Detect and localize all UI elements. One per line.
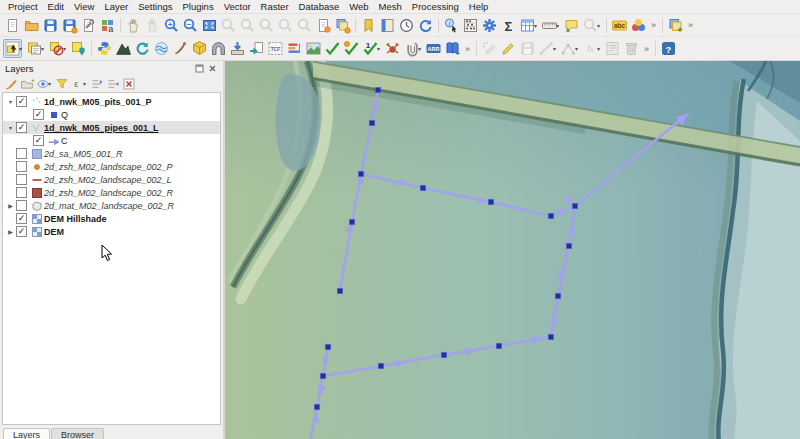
menu-database[interactable]: Database [294,1,345,12]
toolbar-overflow-2[interactable]: » [685,20,696,30]
menu-help[interactable]: Help [464,1,494,12]
help-button[interactable]: ? [659,39,678,58]
tuflow-tcf-button[interactable]: TCF [266,39,285,58]
tab-layers[interactable]: Layers [3,428,50,439]
project-save-button[interactable] [41,16,60,35]
tuflow-manual-button[interactable]: + [443,39,462,58]
show-bookmarks-button[interactable] [378,16,397,35]
tuflow-check-button[interactable] [323,39,342,58]
menu-layer[interactable]: Layer [99,1,133,12]
expand-all-button[interactable] [89,76,105,92]
map-tips-button[interactable] [562,16,581,35]
float-icon [195,64,204,73]
menu-settings[interactable]: Settings [133,1,177,12]
layer-checkbox[interactable] [16,200,27,211]
layer-item-1d-nwk-m05-pipes-001-l[interactable]: ▾✓1d_nwk_M05_pipes_001_L [3,121,220,134]
zoom-out-button[interactable]: − [181,16,200,35]
project-new-button[interactable] [3,16,22,35]
tuflow-check-globe-button[interactable] [342,39,361,58]
layer-checkbox[interactable]: ✓ [33,135,44,146]
tuflow-wave-button[interactable] [152,39,171,58]
panel-close-button[interactable] [207,63,218,73]
style-manager-button[interactable]: a [98,16,117,35]
toolbar-overflow-1[interactable]: » [648,20,659,30]
pan-map-button[interactable] [124,16,143,35]
layer-checkbox[interactable]: ✓ [16,122,27,133]
tuflow-culvert-button[interactable] [209,39,228,58]
layer-item-dem-hillshade[interactable]: ✓DEM Hillshade [3,212,220,225]
tuflow-reload-button[interactable] [133,39,152,58]
select-by-location-button[interactable] [69,39,88,58]
remove-layer-button[interactable] [121,76,137,92]
open-layer-styling-button[interactable] [3,76,19,92]
toggle-editing-button[interactable] [499,39,518,58]
project-save-as-button[interactable] [60,16,79,35]
menu-vector[interactable]: Vector [219,1,256,12]
layer-labeling-button[interactable]: abc [610,16,629,35]
new-3d-map-view-button[interactable] [333,16,352,35]
refresh-button[interactable] [416,16,435,35]
processing-toolbox-button[interactable] [480,16,499,35]
arr-tool-button[interactable]: ARR [424,39,443,58]
layer-item-dem[interactable]: ▶✓DEM [3,225,220,238]
layer-item-q[interactable]: ✓Q [3,108,220,121]
menu-web[interactable]: Web [344,1,373,12]
add-group-button[interactable]: + [19,76,35,92]
zoom-full-button[interactable] [200,16,219,35]
show-statistics-button[interactable]: Σ [499,16,518,35]
zoom-in-button[interactable]: + [162,16,181,35]
menu-plugins[interactable]: Plugins [177,1,218,12]
identify-features-button[interactable]: i [442,16,461,35]
tuflow-section-button[interactable] [171,39,190,58]
tuflow-download-button[interactable] [228,39,247,58]
tuflow-profile-button[interactable] [285,39,304,58]
data-source-manager-button[interactable]: + [666,16,685,35]
layer-checkbox[interactable] [16,148,27,159]
layer-checkbox[interactable] [16,174,27,185]
panel-float-button[interactable] [194,63,205,73]
tuflow-image-button[interactable] [304,39,323,58]
new-bookmark-button[interactable] [359,16,378,35]
expand-closed-icon[interactable]: ▶ [6,228,15,235]
expand-open-icon[interactable]: ▾ [6,98,15,105]
layer-checkbox[interactable]: ✓ [16,226,27,237]
tuflow-3d-button[interactable] [190,39,209,58]
menu-mesh[interactable]: Mesh [374,1,407,12]
python-console-button[interactable] [95,39,114,58]
layer-item-2d-sa-m05-001-r[interactable]: 2d_sa_M05_001_R [3,147,220,160]
layer-item-2d-zsh-m02-landscape-002-l[interactable]: 2d_zsh_M02_landscape_002_L [3,173,220,186]
tab-browser[interactable]: Browser [51,428,104,439]
label-toolbar-button[interactable] [629,16,648,35]
menu-edit[interactable]: Edit [43,1,69,12]
tuflow-import-button[interactable] [247,39,266,58]
new-map-view-button[interactable] [314,16,333,35]
filter-legend-button[interactable] [54,76,70,92]
crayfish-tool-button[interactable] [383,39,402,58]
layer-item-2d-zsh-m02-landscape-002-p[interactable]: 2d_zsh_M02_landscape_002_P [3,160,220,173]
menu-processing[interactable]: Processing [407,1,464,12]
collapse-all-button[interactable] [105,76,121,92]
menu-project[interactable]: Project [3,1,43,12]
toolbar-overflow-4[interactable]: » [641,44,652,54]
layer-item-2d-zsh-m02-landscape-002-r[interactable]: 2d_zsh_M02_landscape_002_R [3,186,220,199]
temporal-controller-button[interactable] [397,16,416,35]
layout-manager-button[interactable] [79,16,98,35]
layer-checkbox[interactable] [16,187,27,198]
layer-checkbox[interactable]: ✓ [33,109,44,120]
expand-closed-icon[interactable]: ▶ [6,202,15,209]
layer-item-c[interactable]: ✓C [3,134,220,147]
layer-checkbox[interactable] [16,161,27,172]
expand-open-icon[interactable]: ▾ [6,124,15,131]
layer-item-1d-nwk-m05-pits-001-p[interactable]: ▾✓1d_nwk_M05_pits_001_P [3,95,220,108]
layer-checkbox[interactable]: ✓ [16,213,27,224]
pipe-node [337,288,342,293]
toolbar-overflow-3[interactable]: » [462,44,473,54]
statistical-summary-button[interactable] [461,16,480,35]
menu-view[interactable]: View [69,1,99,12]
layer-checkbox[interactable]: ✓ [16,96,27,107]
map-canvas[interactable] [225,61,800,439]
project-open-button[interactable] [22,16,41,35]
menu-raster[interactable]: Raster [256,1,294,12]
layer-item-2d-mat-m02-landscape-002-r[interactable]: ▶2d_mat_M02_landscape_002_R [3,199,220,212]
tuflow-terrain-button[interactable] [114,39,133,58]
